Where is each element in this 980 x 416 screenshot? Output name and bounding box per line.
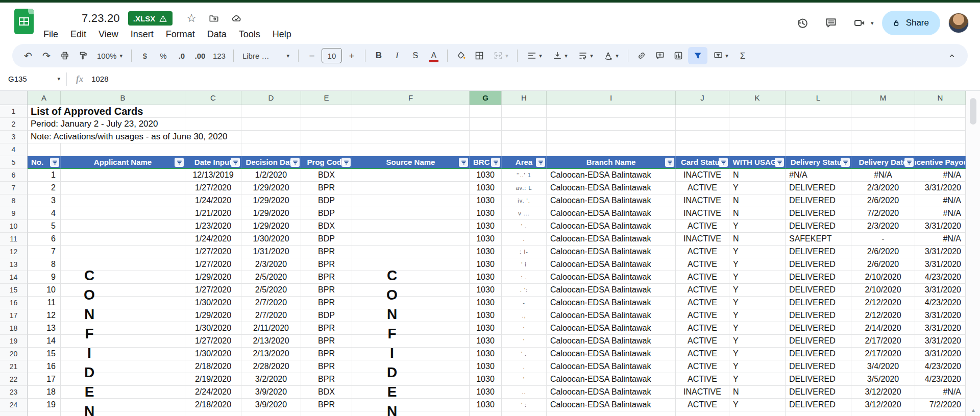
cell-no[interactable]: 7 (28, 246, 61, 258)
decrease-font-size-button[interactable]: − (303, 47, 321, 64)
cell-delivery-status[interactable]: DELIVERED (786, 335, 851, 348)
cell-incentive-payout[interactable]: 3/31/2020 (915, 220, 966, 233)
cell-N1[interactable] (915, 105, 966, 118)
cell-decision-date[interactable]: 1/29/2020 (241, 220, 301, 233)
cell-E2[interactable] (301, 118, 352, 131)
cell-J3[interactable] (676, 131, 729, 143)
filter-funnel-icon[interactable] (775, 158, 784, 167)
cell-no[interactable]: 17 (28, 373, 61, 386)
cell-delivery-date[interactable]: 2/17/2020 (851, 348, 915, 360)
cell-area[interactable]: . (502, 233, 547, 246)
cell-incentive-payout[interactable]: 4/23/2020 (915, 360, 966, 373)
cell-decision-date[interactable]: 1/29/2020 (241, 182, 301, 194)
cell-delivery-status[interactable]: DELIVERED (786, 360, 851, 373)
cell-branch-name[interactable]: Caloocan-EDSA Balintawak (547, 322, 676, 335)
cell-G2[interactable] (470, 118, 502, 131)
filter-header-card-status[interactable]: Card Status (676, 156, 729, 169)
insert-link-icon[interactable] (633, 47, 650, 64)
cell-applicant-name[interactable] (61, 258, 185, 271)
cloud-status-icon[interactable] (229, 11, 244, 26)
cell-source-name[interactable] (352, 271, 470, 284)
cell-applicant-name[interactable] (61, 348, 185, 360)
cell-with-usage[interactable]: Y (729, 258, 786, 271)
cell-incentive-payout[interactable]: #N/A (915, 194, 966, 207)
borders-button[interactable] (471, 47, 488, 64)
cell-card-status[interactable]: INACTIVE (676, 169, 729, 182)
row-number[interactable]: 8 (0, 194, 28, 207)
cell-card-status[interactable]: ACTIVE (676, 297, 729, 309)
cell-date-input[interactable]: 1/29/2020 (185, 309, 241, 322)
cell-prog-code[interactable]: BPR (301, 182, 352, 194)
cell-card-status[interactable]: INACTIVE (676, 207, 729, 220)
cell-prog-code[interactable]: BPR (301, 360, 352, 373)
cell-date-input[interactable]: 1/24/2020 (185, 233, 241, 246)
cell-card-status[interactable]: INACTIVE (676, 194, 729, 207)
cell-brc[interactable]: 1030 (470, 182, 502, 194)
cell-brc[interactable]: 1030 (470, 233, 502, 246)
cell-no[interactable]: 9 (28, 271, 61, 284)
vertical-align-button[interactable]: ▾ (548, 47, 572, 64)
cell-incentive-payout[interactable]: 4/23/2020 (915, 373, 966, 386)
insert-chart-icon[interactable] (670, 47, 687, 64)
cell-brc[interactable]: 1030 (470, 284, 502, 297)
cell-K1[interactable] (729, 105, 786, 118)
decrease-decimal-button[interactable]: .0 (173, 47, 190, 64)
filter-header-delivery-status[interactable]: Delivery Status (786, 156, 851, 169)
cell-no[interactable]: 19 (28, 399, 61, 411)
cell-with-usage[interactable]: Y (729, 246, 786, 258)
cell-N3[interactable] (915, 131, 966, 143)
row-number[interactable]: 17 (0, 309, 28, 322)
menu-format[interactable]: Format (161, 28, 200, 41)
cell-with-usage[interactable]: Y (729, 348, 786, 360)
cell-applicant-name[interactable] (61, 399, 185, 411)
cell-card-status[interactable]: ACTIVE (676, 309, 729, 322)
text-rotation-button[interactable]: ▾ (599, 47, 623, 64)
cell-area[interactable]: ' : (502, 399, 547, 411)
cell-decision-date[interactable]: 2/13/2020 (241, 335, 301, 348)
cell-area[interactable]: ' (502, 373, 547, 386)
cell-brc[interactable]: 1030 (470, 297, 502, 309)
filter-header-source-name[interactable]: Source Name (352, 156, 470, 169)
format-percent-button[interactable]: % (155, 47, 172, 64)
select-all-corner[interactable] (0, 91, 28, 105)
cell-brc[interactable]: 1030 (470, 169, 502, 182)
cell-delivery-date[interactable]: 3/12/2020 (851, 386, 915, 399)
cell-I3[interactable] (547, 131, 676, 143)
cell-incentive-payout[interactable]: 4/23/2020 (915, 297, 966, 309)
cell-with-usage[interactable]: N (729, 207, 786, 220)
cell-decision-date[interactable]: 2/5/2020 (241, 284, 301, 297)
cell-card-status[interactable]: ACTIVE (676, 335, 729, 348)
cell-decision-date[interactable]: 3/9/2020 (241, 386, 301, 399)
cell-delivery-date[interactable]: 2/17/2020 (851, 335, 915, 348)
cell-card-status[interactable]: ACTIVE (676, 360, 729, 373)
cell-area[interactable]: - (502, 297, 547, 309)
cell-no[interactable]: 15 (28, 348, 61, 360)
cell-G1[interactable] (470, 105, 502, 118)
cell-branch-name[interactable]: Caloocan-EDSA Balintawak (547, 386, 676, 399)
cell[interactable] (61, 411, 185, 416)
column-header-K[interactable]: K (729, 91, 786, 105)
cell-no[interactable]: 18 (28, 386, 61, 399)
redo-icon[interactable]: ↷ (38, 47, 55, 64)
functions-button[interactable]: Σ (734, 47, 751, 64)
cell-prog-code[interactable]: BPR (301, 271, 352, 284)
cell-source-name[interactable] (352, 169, 470, 182)
cell-applicant-name[interactable] (61, 360, 185, 373)
share-button[interactable]: Share (882, 11, 940, 35)
column-header-I[interactable]: I (547, 91, 676, 105)
merge-cells-button[interactable]: ▾ (489, 47, 512, 64)
cell-prog-code[interactable]: BDP (301, 207, 352, 220)
cell-source-name[interactable] (352, 335, 470, 348)
cell[interactable] (28, 411, 61, 416)
cell-H2[interactable] (502, 118, 547, 131)
cell-applicant-name[interactable] (61, 182, 185, 194)
cell-decision-date[interactable]: 1/29/2020 (241, 207, 301, 220)
cell-date-input[interactable]: 1/27/2020 (185, 335, 241, 348)
cell-branch-name[interactable]: Caloocan-EDSA Balintawak (547, 271, 676, 284)
cell-branch-name[interactable]: Caloocan-EDSA Balintawak (547, 335, 676, 348)
cell-M3[interactable] (851, 131, 915, 143)
cell-H3[interactable] (502, 131, 547, 143)
cell-card-status[interactable]: ACTIVE (676, 284, 729, 297)
cell-with-usage[interactable]: Y (729, 284, 786, 297)
cell-decision-date[interactable]: 2/7/2020 (241, 309, 301, 322)
